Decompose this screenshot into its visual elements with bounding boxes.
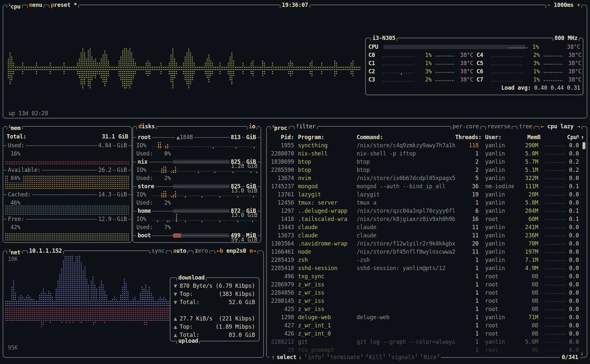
- cpu-panel-title[interactable]: 1cpu: [7, 1, 23, 9]
- process-row[interactable]: 1303564 .navidrome-wrap /nix/store/f12w1…: [267, 240, 587, 248]
- disk-used-row: Used:2%13.0 GiB: [136, 199, 257, 207]
- mem-available-graph: [5, 176, 129, 190]
- net-interface: enp2s0: [226, 247, 246, 254]
- process-row[interactable]: 2285590 btop btop 2 yanlin 5.1M 0.2: [267, 166, 587, 174]
- process-row[interactable]: 1298 deluge-web deluge-web 1 yanlin 71M …: [267, 313, 587, 321]
- up-arrow-icon: ▲: [174, 323, 177, 330]
- process-row[interactable]: 2288070 nix-shell nix-shell -p iftop 1 y…: [267, 150, 587, 158]
- net-zero-button[interactable]: zero: [193, 247, 210, 255]
- net-prev-button[interactable]: ←b: [217, 247, 223, 254]
- disk-io-row: IO%: [136, 215, 257, 223]
- process-row[interactable]: 1745237 mongod mongod --auth --bind_ip_a…: [267, 182, 587, 191]
- mem-free-graph: [5, 233, 129, 242]
- download-total-label: Total:: [180, 299, 199, 305]
- load-avg-label: Load avg:: [501, 84, 531, 91]
- filter-button[interactable]: filter: [294, 122, 318, 131]
- net-auto-button[interactable]: auto: [171, 247, 188, 255]
- cpu-core-row: C6 1% 38°C: [477, 67, 581, 76]
- header-pid[interactable]: Pid:: [270, 133, 294, 141]
- net-scale-top: 10K: [8, 255, 18, 263]
- scroll-down-icon[interactable]: ↓: [580, 349, 583, 357]
- process-row[interactable]: 13761 lazygit lazygit 19 yanlin 28M 0.0: [267, 191, 587, 199]
- nice-button[interactable]: Nice: [421, 353, 439, 361]
- download-title: download: [176, 274, 206, 282]
- terminate-button[interactable]: terminate: [328, 353, 362, 361]
- net-interface-switch: ←b enp2s0 n→: [215, 247, 258, 255]
- net-panel-title[interactable]: 3net: [7, 247, 23, 255]
- header-memb[interactable]: MemB: [515, 133, 541, 141]
- preset-button[interactable]: preset *: [49, 1, 79, 9]
- sort-selector: ← cpu lazy →: [539, 122, 582, 131]
- download-top-label: Top:: [180, 291, 193, 297]
- rate-minus-button[interactable]: -: [547, 2, 551, 8]
- header-command[interactable]: Command:: [357, 133, 455, 141]
- mem-used-divider: Used: 4.84 GiB: [3, 141, 131, 150]
- disk-divider-nix: nix825GiB: [133, 158, 261, 166]
- kill-button[interactable]: Kill: [367, 353, 384, 361]
- process-row[interactable]: 13673 claude claude 11 yanlin 236M 0.0: [267, 231, 587, 240]
- rate-plus-button[interactable]: +: [577, 2, 580, 8]
- process-row[interactable]: 496 txg_sync 1 root 0B 0.0: [267, 272, 587, 281]
- process-row[interactable]: 2285419 zsh -zsh 1 yanlin 7.1M 0.0: [267, 256, 587, 264]
- select-up-icon[interactable]: ↑: [271, 353, 275, 361]
- process-row[interactable]: 13674 nvim /nix/store/ix0b67dcdpl05xpagx…: [267, 174, 587, 182]
- download-speed-bits: (6.79 Kibps): [216, 282, 255, 290]
- header-user[interactable]: User:: [485, 133, 514, 141]
- rate-value: 1000ms: [554, 2, 574, 8]
- process-row[interactable]: 12456 tmux: server tmux a 1 yanlin 5.8M …: [267, 199, 587, 207]
- sort-left-button[interactable]: ←: [541, 123, 544, 130]
- process-row[interactable]: 2286979 z_wr_iss 1 root 0B 0.0: [267, 281, 587, 289]
- process-row[interactable]: 2284856 z_wr_iss 1 root 0B 0.0: [267, 289, 587, 297]
- process-row[interactable]: 13443 claude claude 11 yanlin 241M 0.0: [267, 223, 587, 231]
- reverse-button[interactable]: reverse: [485, 122, 512, 131]
- process-row[interactable]: 2288145 z_wr_iss 1 root 0B 0.0: [267, 297, 587, 305]
- process-row[interactable]: 1297 ..deluged-wrapp /nix/store/qzc04a3n…: [267, 207, 587, 215]
- cpu-total-meter: [384, 45, 525, 49]
- disk-divider-store: store825GiB: [133, 182, 261, 191]
- net-next-button[interactable]: n→: [249, 247, 256, 254]
- per-core-button[interactable]: per-core: [451, 122, 481, 131]
- mem-free-percent: 42%: [10, 223, 20, 231]
- disk-divider-root: root▲184B813GiB: [133, 133, 261, 141]
- mem-total-label: Total:: [7, 133, 26, 140]
- uptime: up 13d 02:28: [9, 109, 48, 118]
- process-row[interactable]: 425 z_wr_iss 1 root 0B 0.0: [267, 305, 587, 313]
- upload-top-label: Top:: [180, 323, 193, 330]
- net-stats-box: download upload ▼870 Byte/s(6.79 Kibps) …: [170, 277, 260, 341]
- cpu-core-row: C5 3% 38°C: [477, 59, 581, 67]
- disks-panel-title[interactable]: disks: [136, 122, 157, 131]
- proc-panel-title[interactable]: 4proc: [270, 122, 289, 131]
- process-row[interactable]: 2285418 sshd-session sshd-session: yanli…: [267, 264, 587, 272]
- down-arrow-icon: ▼: [174, 282, 177, 289]
- process-row[interactable]: 1838699 btop btop 2 yanlin 5.7M 0.2: [267, 158, 587, 166]
- sort-right-button[interactable]: →: [577, 123, 580, 130]
- cpu-core-row: C4 2% 38°C: [477, 51, 581, 59]
- cpu-usage-graph: [5, 41, 364, 94]
- process-row[interactable]: 1166461 node /nix/store/bf45nflf0wylnscw…: [267, 248, 587, 256]
- signals-button[interactable]: signals: [389, 353, 417, 361]
- disk-used-row: Used:7%59.4 GiB: [136, 223, 257, 231]
- process-row[interactable]: 426 z_wr_int_0 1 root 0B 0.0: [267, 330, 587, 338]
- select-button[interactable]: select: [277, 353, 296, 361]
- mem-panel-title[interactable]: 2mem: [7, 122, 23, 131]
- process-panel: 4proc filter per-core reverse tree ← cpu…: [266, 126, 587, 358]
- process-row[interactable]: 2288212 git git log --graph --color=alwa…: [267, 338, 587, 346]
- header-cpu[interactable]: Cpu%: [567, 133, 579, 141]
- tree-button[interactable]: tree: [517, 122, 534, 131]
- disk-io-row: IO%: [136, 141, 257, 150]
- process-row[interactable]: 427 z_wr_int_1 1 root 0B 0.0: [267, 321, 587, 330]
- disk-io-row: IO%: [136, 191, 257, 199]
- io-mode-button[interactable]: io: [247, 122, 257, 131]
- header-program[interactable]: Program:: [298, 133, 355, 141]
- process-row[interactable]: 1955 syncthing /nix/store/c4q9zmkzy9awy7…: [267, 141, 587, 150]
- select-down-icon[interactable]: ↓: [298, 353, 302, 361]
- scrollbar-thumb[interactable]: [582, 142, 585, 149]
- download-top-value: (383 Kibps): [219, 290, 255, 298]
- process-row[interactable]: 1418 .tailscaled-wra /nix/store/k8jgiaxr…: [267, 215, 587, 223]
- net-sync-button[interactable]: sync: [149, 247, 167, 255]
- cpu-total-temp: 38°C: [561, 43, 580, 51]
- header-threads[interactable]: Threads:: [454, 133, 482, 141]
- menu-button[interactable]: menu: [27, 1, 44, 9]
- info-button[interactable]: info: [305, 353, 323, 361]
- mem-total-value: 31.1 GiB: [102, 133, 128, 141]
